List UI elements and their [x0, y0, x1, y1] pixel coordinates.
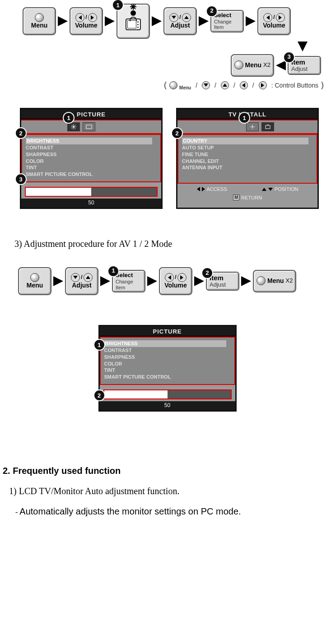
menu-circle-icon — [256, 276, 266, 285]
up-arrow-icon — [262, 188, 266, 191]
svg-rect-9 — [86, 125, 92, 129]
item-label-av: Item — [116, 285, 142, 291]
up-arrow-icon — [84, 273, 93, 282]
menu-x2-av-label: Menu — [267, 278, 284, 284]
sub1-text: 1) LCD TV/Monitor Auto adjustment functi… — [9, 486, 331, 496]
volume-button-label: Volume — [75, 22, 98, 29]
osd-tv-item-2: FINE TUNE — [182, 151, 313, 158]
footer-position-label: POSITION — [275, 186, 298, 192]
menu-x2-button: Menu X2 — [231, 54, 274, 77]
arrow-right-icon — [241, 276, 251, 286]
menu-button-av: Menu — [18, 267, 51, 295]
arrow-right-icon — [53, 276, 63, 286]
legend-menu-label: Menu — [179, 85, 191, 90]
tab-sun-icon — [246, 122, 259, 131]
menu-circle-icon — [30, 273, 39, 282]
arrow-right-icon — [199, 16, 209, 26]
osd-tv-footer-return: M RETURN — [177, 194, 317, 202]
osd-tv-menu: COUNTRY AUTO SETUP FINE TUNE CHANNEL EDI… — [177, 134, 317, 184]
item-adjust-line1: Item — [291, 58, 317, 66]
arrow-right-icon — [194, 276, 204, 286]
osd-tv-footer: ACCESS POSITION — [177, 184, 317, 194]
menu-button-label: Menu — [31, 22, 48, 29]
item-adjust-av-line1: Item — [210, 274, 236, 282]
osd-picture-av-slider-fill — [104, 390, 168, 398]
volume-icons-2: / — [263, 13, 284, 22]
volume-button: / Volume — [70, 7, 103, 35]
control-buttons-legend: ( Menu / / / / : Control Buttons ) — [2, 80, 331, 90]
av-osd-badge-2: 2 — [93, 389, 105, 401]
svg-line-8 — [72, 128, 73, 129]
arrow-right-icon — [105, 16, 115, 26]
left-arrow-icon — [165, 273, 174, 282]
down-arrow-icon — [71, 273, 80, 282]
menu-button-av-label: Menu — [27, 282, 43, 289]
arrow-right-icon — [147, 276, 157, 286]
svg-line-5 — [72, 125, 73, 126]
down-arrow-icon — [169, 13, 178, 22]
item-adjust-box-av: 2 Item Adjust — [206, 272, 239, 291]
right-arrow-icon — [259, 81, 267, 89]
menu-circle-icon — [35, 13, 44, 22]
volume-button-2-label: Volume — [263, 22, 285, 29]
menu-circle-icon — [169, 81, 177, 89]
adjust-button-av-label: Adjust — [72, 282, 92, 289]
osd-picture-tabbar — [21, 120, 161, 134]
item-adjust-line2: Adjust — [291, 66, 317, 73]
osd-picture-item-0: BRIGHTNESS — [26, 138, 152, 144]
adjust-icons: / — [169, 13, 191, 22]
right-arrow-icon — [177, 273, 186, 282]
svg-point-0 — [73, 126, 75, 128]
menu-x2-button-av: Menu X2 — [253, 270, 296, 292]
osd-av-item-5: SMART PICTURE CONTROL — [104, 374, 231, 380]
item-adjust-box: 3 Item Adjust — [288, 56, 321, 75]
right-arrow-icon — [88, 13, 97, 22]
menu-x2-label: Menu — [245, 62, 262, 69]
av-badge-2: 2 — [201, 267, 213, 279]
svg-point-10 — [252, 126, 254, 128]
change-label-av: Change — [116, 279, 142, 285]
sun-icon — [129, 9, 138, 18]
footer-access-label: ACCESS — [207, 186, 227, 192]
left-arrow-icon — [75, 13, 84, 22]
volume-button-av: / Volume — [159, 267, 192, 295]
osd-av-item-4: TINT — [104, 367, 231, 374]
osd-av-item-0: BRIGHTNESS — [104, 340, 226, 347]
heading-frequently-used: 2. Frequently used function — [3, 466, 331, 476]
osd-picture-panel: 1 2 3 PICTURE BRIGHTNESS CONTRAST SHARPN… — [20, 108, 163, 209]
left-arrow-icon — [197, 187, 200, 191]
brightness-tv-iconbox: 1 — [117, 4, 150, 39]
step-badge-2: 2 — [206, 5, 218, 17]
osd-picture-title: PICTURE — [21, 109, 161, 120]
arrow-left-icon — [276, 60, 286, 70]
osd-picture-av-title: PICTURE — [100, 326, 235, 337]
osd2-badge-2: 2 — [171, 127, 183, 139]
tv-icon — [126, 19, 141, 30]
arrow-right-icon — [58, 16, 68, 26]
select-label-av: Select — [116, 272, 142, 279]
osd-picture-av-slider-value: 50 — [100, 401, 235, 410]
osd-picture-slider-fill — [26, 188, 91, 196]
arrow-right-icon — [246, 16, 256, 26]
adjust-button-label: Adjust — [170, 22, 190, 29]
menu-circle-icon — [234, 60, 243, 69]
svg-rect-15 — [266, 125, 270, 129]
item-label: Item — [214, 24, 240, 30]
step-badge-3: 3 — [283, 51, 295, 63]
adjust-button: / Adjust — [163, 7, 197, 35]
osd-picture-menu: BRIGHTNESS CONTRAST SHARPNESS COLOR TINT… — [21, 134, 161, 182]
footer-return-key: M — [233, 195, 239, 200]
osd-tv-item-1: AUTO SETUP — [182, 144, 313, 151]
volume-button-av-label: Volume — [164, 282, 187, 289]
down-arrow-icon — [202, 81, 210, 89]
tab-tv-icon — [261, 122, 274, 131]
osd-tv-item-4: ANTENNA INPUT — [182, 164, 313, 171]
osd2-badge-1: 1 — [238, 112, 250, 124]
bullet1-text: - Automatically adjusts the monitor sett… — [15, 506, 331, 517]
osd-tv-install-panel: 1 2 TV INSTALL COUNTRY AUTO SETUP FINE T… — [176, 108, 319, 209]
select-change-item-box: 2 Select Change Item — [210, 10, 244, 32]
up-arrow-icon — [221, 81, 229, 89]
osd-picture-av-menu: BRIGHTNESS CONTRAST SHARPNESS COLOR TINT… — [100, 337, 235, 385]
up-arrow-icon — [182, 13, 191, 22]
av-badge-1: 1 — [107, 265, 119, 277]
